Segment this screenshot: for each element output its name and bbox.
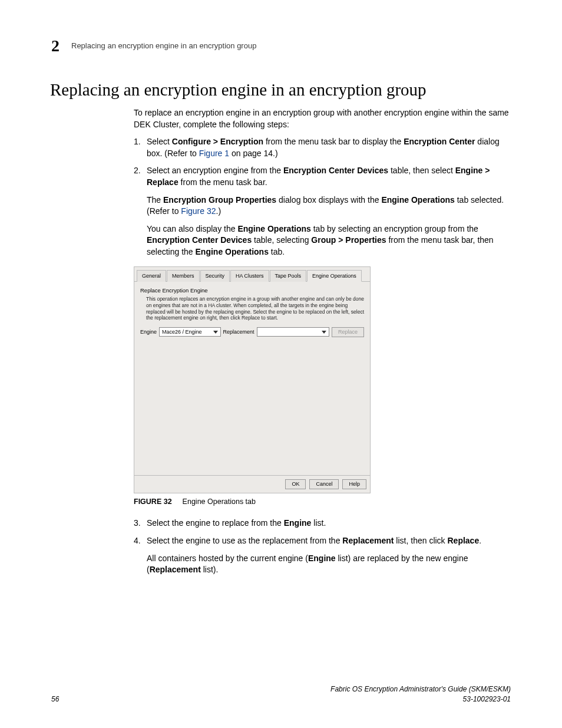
text: Select the engine to use as the replacem…: [147, 536, 342, 545]
ui-name: Replacement: [150, 565, 201, 574]
dialog-footer: OK Cancel Help: [134, 475, 370, 493]
text: All containers hosted by the current eng…: [147, 554, 308, 563]
cancel-button[interactable]: Cancel: [309, 479, 339, 489]
dialog-encryption-group-properties: General Members Security HA Clusters Tap…: [134, 266, 371, 493]
figure-caption-text: Engine Operations tab: [183, 498, 256, 506]
text: from the menu task bar to display the: [263, 137, 404, 146]
ui-name: Encryption Center Devices: [147, 235, 252, 245]
text: table, selecting: [252, 235, 311, 245]
page-footer: 56 Fabric OS Encryption Administrator's …: [51, 684, 511, 704]
figure-link[interactable]: Figure 32: [181, 206, 216, 216]
header-breadcrumb: Replacing an encryption engine in an enc…: [71, 41, 256, 51]
engine-label: Engine: [140, 328, 157, 336]
dialog-tabs: General Members Security HA Clusters Tap…: [134, 267, 370, 282]
step-3-text: Select the engine to replace from the En…: [147, 518, 510, 529]
ui-name: Encryption Center Devices: [283, 166, 388, 175]
chevron-down-icon: [322, 331, 326, 334]
menu-path: Group > Properties: [311, 235, 386, 245]
ui-name: Encryption Group Properties: [163, 195, 276, 205]
step-2: 2. Select an encryption engine from the …: [134, 165, 510, 258]
doc-number: 53-1002923-01: [330, 694, 511, 704]
text: dialog box displays with the: [276, 195, 381, 205]
ui-name: Engine: [308, 554, 336, 563]
text: tab.: [269, 247, 285, 256]
text: list, then click: [394, 536, 447, 545]
engine-select[interactable]: Mace26 / Engine: [159, 327, 221, 337]
step-1-text: Select Configure > Encryption from the m…: [147, 136, 510, 159]
page-number: 56: [51, 694, 59, 704]
figure-link[interactable]: Figure 1: [199, 149, 229, 158]
text: .: [479, 536, 481, 545]
ok-button[interactable]: OK: [285, 479, 306, 489]
text: list.: [311, 518, 326, 528]
step-number: 1.: [134, 136, 147, 159]
tab-security[interactable]: Security: [200, 270, 230, 282]
text: Select the engine to replace from the: [147, 518, 284, 528]
engine-select-value: Mace26 / Engine: [162, 328, 202, 336]
doc-title: Fabric OS Encryption Administrator's Gui…: [330, 684, 511, 694]
step-number: 4.: [134, 535, 147, 576]
replace-button[interactable]: Replace: [332, 327, 364, 337]
tab-engine-operations[interactable]: Engine Operations: [307, 270, 362, 282]
chapter-number: 2: [51, 34, 59, 57]
step-number: 2.: [134, 165, 147, 258]
text: on page 14.): [229, 149, 278, 158]
text: The: [147, 195, 163, 205]
step-4: 4. Select the engine to use as the repla…: [134, 535, 510, 576]
text: .): [216, 206, 222, 216]
menu-path: Configure > Encryption: [172, 137, 263, 146]
step-2-para-2: The Encryption Group Properties dialog b…: [147, 195, 510, 218]
ui-name: Engine Operations: [237, 224, 310, 233]
replacement-label: Replacement: [223, 328, 254, 336]
chevron-down-icon: [213, 331, 218, 334]
ui-name: Engine: [284, 518, 312, 528]
footer-doc-info: Fabric OS Encryption Administrator's Gui…: [330, 684, 511, 704]
ui-name: Replace: [448, 536, 480, 545]
step-4-para-2: All containers hosted by the current eng…: [147, 553, 510, 576]
text: Select an encryption engine from the: [147, 166, 283, 175]
text: table, then select: [388, 166, 455, 175]
engine-row: Engine Mace26 / Engine Replacement Repla…: [140, 327, 364, 337]
text: You can also display the: [147, 224, 237, 233]
tab-general[interactable]: General: [137, 270, 166, 282]
ui-name: Engine Operations: [196, 247, 269, 256]
step-4-text: Select the engine to use as the replacem…: [147, 535, 510, 547]
step-2-para-3: You can also display the Engine Operatio…: [147, 223, 510, 258]
help-button[interactable]: Help: [342, 479, 366, 489]
ui-name: Encryption Center: [404, 137, 475, 146]
step-number: 3.: [134, 518, 147, 529]
dialog-body: Replace Encryption Engine This operation…: [134, 282, 370, 475]
step-2-text: Select an encryption engine from the Enc…: [147, 165, 510, 188]
text: from the menu task bar.: [178, 177, 267, 187]
dialog-section-title: Replace Encryption Engine: [140, 286, 364, 294]
page-header: 2 Replacing an encryption engine in an e…: [51, 34, 511, 57]
ui-name: Replacement: [342, 536, 394, 545]
tab-ha-clusters[interactable]: HA Clusters: [230, 270, 269, 282]
step-3: 3. Select the engine to replace from the…: [134, 518, 510, 529]
page-title: Replacing an encryption engine in an enc…: [50, 78, 427, 102]
figure-label: FIGURE 32: [134, 498, 172, 506]
replacement-select[interactable]: [257, 327, 329, 337]
tab-members[interactable]: Members: [167, 270, 200, 282]
content-body: To replace an encryption engine in an en…: [134, 107, 510, 582]
text: list).: [201, 565, 219, 574]
tab-tape-pools[interactable]: Tape Pools: [270, 270, 307, 282]
dialog-empty-panel: [140, 338, 364, 474]
intro-text: To replace an encryption engine in an en…: [134, 107, 510, 130]
ui-name: Engine Operations: [381, 195, 454, 205]
dialog-help-text: This operation replaces an encryption en…: [146, 296, 364, 321]
step-1: 1. Select Configure > Encryption from th…: [134, 136, 510, 159]
figure-32-caption: FIGURE 32Engine Operations tab: [134, 497, 510, 508]
text: Select: [147, 137, 172, 146]
text: tab by selecting an encryption group fro…: [311, 224, 478, 233]
